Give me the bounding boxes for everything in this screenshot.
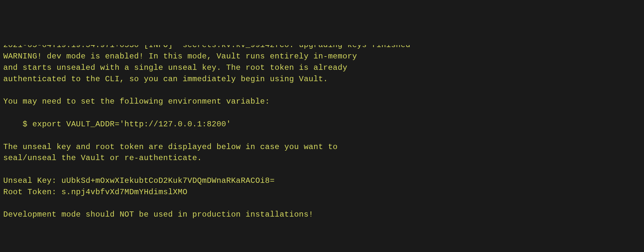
export-command: $ export VAULT_ADDR='http://127.0.0.1:82… <box>3 120 231 129</box>
warning-line-2: and starts unsealed with a single unseal… <box>3 63 347 72</box>
terminal-output[interactable]: 2021-05-04T19:19:54.971+0530 [INFO] secr… <box>3 45 641 220</box>
env-var-instruction: You may need to set the following enviro… <box>3 97 270 106</box>
warning-line-1: WARNING! dev mode is enabled! In this mo… <box>3 52 357 61</box>
root-token-line: Root Token: s.npj4vbfvXd7MDmYHdimslXMO <box>3 188 187 196</box>
production-warning: Development mode should NOT be used in p… <box>3 210 314 219</box>
unseal-info-line-2: seal/unseal the Vault or re-authenticate… <box>3 154 202 162</box>
unseal-info-line-1: The unseal key and root token are displa… <box>3 143 338 151</box>
log-line-partial: 2021-05-04T19:19:54.971+0530 [INFO] secr… <box>3 45 641 51</box>
warning-line-3: authenticated to the CLI, so you can imm… <box>3 75 328 83</box>
unseal-key-line: Unseal Key: uUbkSd+mOxwXIekubtCoD2Kuk7VD… <box>3 176 275 185</box>
